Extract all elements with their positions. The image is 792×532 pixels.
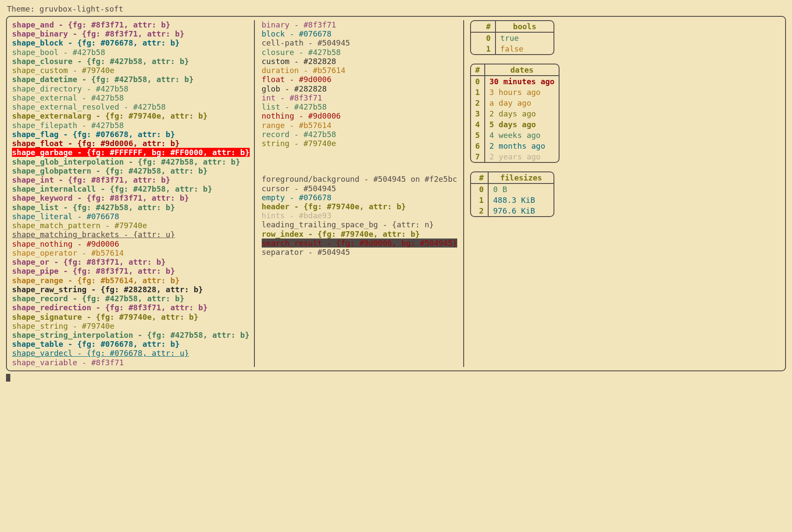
- row-value: 3 hours ago: [485, 87, 559, 98]
- shape-entry: shape_keyword - {fg: #8f3f71, attr: b}: [11, 193, 251, 202]
- row-index: 2: [471, 98, 485, 108]
- shape-entry: shape_pipe - {fg: #8f3f71, attr: b}: [11, 266, 251, 275]
- type-text: nothing - #9d0006: [262, 111, 341, 120]
- shape-entry: shape_string - #79740e: [11, 321, 251, 330]
- type-entry: binary - #8f3f71: [261, 20, 458, 29]
- misc-text: cursor - #504945: [262, 184, 336, 193]
- preview-box: shape_and - {fg: #8f3f71, attr: b}shape_…: [6, 16, 786, 371]
- type-text: int - #8f3f71: [262, 93, 322, 102]
- type-entry: int - #8f3f71: [261, 93, 458, 102]
- shape-entry: shape_or - {fg: #8f3f71, attr: b}: [11, 257, 251, 266]
- shape-text: shape_block - {fg: #076678, attr: b}: [12, 38, 180, 47]
- row-value: 2 years ago: [485, 151, 559, 162]
- shape-text: shape_globpattern - {fg: #427b58, attr: …: [12, 166, 208, 175]
- misc-text: hints - #bdae93: [262, 211, 332, 220]
- shape-entry: shape_vardecl - {fg: #076678, attr: u}: [11, 349, 251, 358]
- shape-text: shape_vardecl - {fg: #076678, attr: u}: [12, 349, 189, 358]
- row-index: 6: [471, 141, 485, 151]
- shape-entry: shape_binary - {fg: #8f3f71, attr: b}: [11, 29, 251, 38]
- shape-entry: shape_internalcall - {fg: #427b58, attr:…: [11, 184, 251, 193]
- shape-entry: shape_match_pattern - #79740e: [11, 221, 251, 230]
- shape-entry: shape_block - {fg: #076678, attr: b}: [11, 38, 251, 47]
- type-entry: block - #076678: [261, 29, 458, 38]
- shape-entry: shape_list - {fg: #427b58, attr: b}: [11, 203, 251, 212]
- misc-entry: separator - #504945: [261, 248, 458, 257]
- type-entry: glob - #282828: [261, 84, 458, 93]
- type-text: float - #9d0006: [262, 75, 332, 84]
- shape-entry: shape_external - #427b58: [11, 93, 251, 102]
- type-text: list - #427b58: [262, 102, 327, 111]
- shape-text: shape_variable - #8f3f71: [12, 358, 124, 367]
- shape-entry: shape_globpattern - {fg: #427b58, attr: …: [11, 166, 251, 175]
- types-column: binary - #8f3f71block - #076678cell-path…: [255, 20, 464, 367]
- table-row: 2976.6 KiB: [471, 205, 553, 216]
- type-text: cell-path - #504945: [262, 38, 350, 47]
- type-text: block - #076678: [262, 29, 332, 38]
- shape-entry: shape_and - {fg: #8f3f71, attr: b}: [11, 20, 251, 29]
- row-index: 1: [471, 87, 485, 98]
- type-entry: range - #b57614: [261, 121, 458, 130]
- misc-text: search_result - {fg: #9d0006, bg: #50494…: [262, 238, 457, 248]
- row-index: 1: [471, 43, 495, 54]
- row-index: 0: [471, 76, 485, 87]
- type-text: glob - #282828: [262, 84, 327, 93]
- shape-entry: shape_literal - #076678: [11, 212, 251, 221]
- shape-entry: shape_closure - {fg: #427b58, attr: b}: [11, 57, 251, 66]
- type-text: range - #b57614: [262, 121, 332, 130]
- shape-entry: shape_record - {fg: #427b58, attr: b}: [11, 294, 251, 303]
- shape-entry: shape_string_interpolation - {fg: #427b5…: [11, 330, 251, 339]
- shape-text: shape_custom - #79740e: [12, 66, 114, 75]
- misc-entry: empty - #076678: [261, 193, 458, 202]
- row-value: false: [495, 43, 553, 54]
- shape-text: shape_or - {fg: #8f3f71, attr: b}: [12, 257, 166, 266]
- cursor: [6, 374, 10, 382]
- shape-entry: shape_custom - #79740e: [11, 66, 251, 75]
- table-header: #: [471, 21, 495, 32]
- row-value: 30 minutes ago: [485, 76, 559, 87]
- shape-text: shape_signature - {fg: #79740e, attr: b}: [12, 312, 198, 321]
- shape-entry: shape_float - {fg: #9d0006, attr: b}: [11, 139, 251, 148]
- table-row: 72 years ago: [471, 151, 559, 162]
- misc-text: empty - #076678: [262, 193, 332, 202]
- type-entry: float - #9d0006: [261, 75, 458, 84]
- type-entry: list - #427b58: [261, 102, 458, 111]
- type-text: custom - #282828: [262, 57, 336, 66]
- row-index: 1: [471, 195, 489, 205]
- shape-text: shape_nothing - #9d0006: [12, 239, 119, 248]
- table-header: bools: [495, 21, 553, 32]
- row-index: 4: [471, 119, 485, 130]
- shape-text: shape_int - {fg: #8f3f71, attr: b}: [12, 175, 170, 184]
- shape-text: shape_keyword - {fg: #8f3f71, attr: b}: [12, 193, 189, 202]
- shape-entry: shape_directory - #427b58: [11, 84, 251, 93]
- table-row: 1false: [471, 43, 553, 54]
- row-value: 976.6 KiB: [488, 205, 553, 216]
- shape-entry: shape_redirection - {fg: #8f3f71, attr: …: [11, 303, 251, 312]
- shape-entry: shape_filepath - #427b58: [11, 121, 251, 130]
- shape-text: shape_binary - {fg: #8f3f71, attr: b}: [12, 29, 184, 38]
- misc-entry: header - {fg: #79740e, attr: b}: [261, 202, 458, 211]
- table-row: 45 days ago: [471, 119, 559, 130]
- shape-entry: shape_signature - {fg: #79740e, attr: b}: [11, 312, 251, 321]
- shape-entry: shape_glob_interpolation - {fg: #427b58,…: [11, 157, 251, 166]
- misc-entry: foreground/background - #504945 on #f2e5…: [261, 174, 458, 183]
- shape-entry: shape_garbage - {fg: #FFFFFF, bg: #FF000…: [11, 148, 251, 157]
- row-value: a day ago: [485, 98, 559, 108]
- shape-text: shape_datetime - {fg: #427b58, attr: b}: [12, 75, 194, 84]
- shape-entry: shape_datetime - {fg: #427b58, attr: b}: [11, 75, 251, 84]
- table-filesizes: #filesizes00 B1488.3 KiB2976.6 KiB: [470, 171, 554, 217]
- shape-text: shape_directory - #427b58: [12, 84, 128, 93]
- shape-text: shape_externalarg - {fg: #79740e, attr: …: [12, 111, 208, 120]
- table-row: 0true: [471, 32, 553, 43]
- row-index: 3: [471, 108, 485, 119]
- misc-text: separator - #504945: [262, 248, 350, 257]
- row-value: 0 B: [488, 183, 553, 195]
- table-row: 32 days ago: [471, 108, 559, 119]
- shape-text: shape_record - {fg: #427b58, attr: b}: [12, 294, 184, 303]
- table-row: 030 minutes ago: [471, 76, 559, 87]
- shape-text: shape_filepath - #427b58: [12, 121, 124, 130]
- shape-text: shape_string - #79740e: [12, 321, 114, 330]
- type-entry: string - #79740e: [261, 139, 458, 148]
- shape-text: shape_bool - #427b58: [12, 48, 105, 57]
- type-text: binary - #8f3f71: [262, 20, 336, 29]
- row-index: 0: [471, 183, 489, 195]
